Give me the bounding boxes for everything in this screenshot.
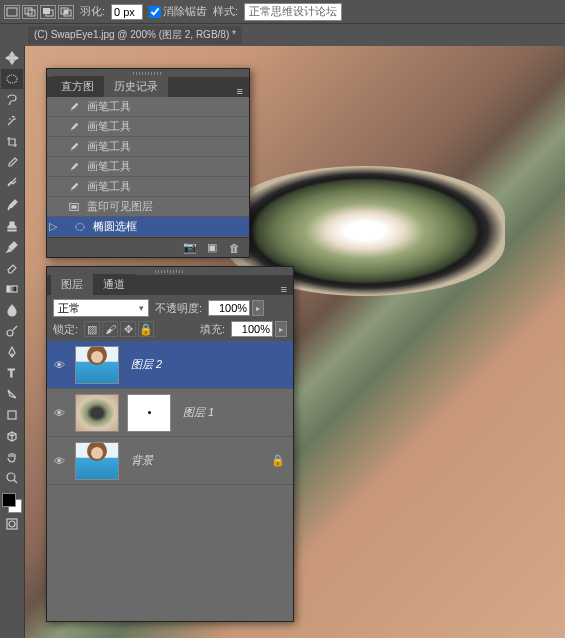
history-footer: 📷 ▣ 🗑 (47, 237, 249, 257)
layers-panel-tabs: 图层 通道 ≡ (47, 275, 293, 295)
lock-transparency-icon[interactable]: ▨ (84, 321, 100, 337)
eraser-tool[interactable] (1, 258, 23, 278)
move-tool[interactable] (1, 48, 23, 68)
history-step-label: 画笔工具 (87, 139, 131, 154)
fg-color-swatch[interactable] (2, 493, 16, 507)
document-tab[interactable]: (C) SwapEye1.jpg @ 200% (图层 2, RGB/8) * (28, 26, 242, 44)
layer-item[interactable]: 👁图层 1 (47, 389, 293, 437)
history-item[interactable]: 盖印可见图层 (47, 197, 249, 217)
history-step-label: 画笔工具 (87, 179, 131, 194)
tab-channels[interactable]: 通道 (93, 274, 135, 295)
history-brush-tool[interactable] (1, 237, 23, 257)
history-item[interactable]: 画笔工具 (47, 117, 249, 137)
history-step-label: 盖印可见图层 (87, 199, 153, 214)
svg-rect-17 (71, 205, 76, 208)
lock-icons: ▨ 🖌 ✥ 🔒 (84, 321, 154, 337)
layer-item[interactable]: 👁背景🔒 (47, 437, 293, 485)
antialias-check-input[interactable] (149, 6, 161, 18)
crop-tool[interactable] (1, 132, 23, 152)
marquee-tool[interactable] (1, 69, 23, 89)
path-tool[interactable] (1, 384, 23, 404)
heal-tool[interactable] (1, 174, 23, 194)
blur-tool[interactable] (1, 300, 23, 320)
history-step-label: 椭圆选框 (93, 219, 137, 234)
svg-rect-9 (7, 286, 17, 292)
color-swatches[interactable] (2, 493, 22, 513)
zoom-tool[interactable] (1, 468, 23, 488)
eyedropper-tool[interactable] (1, 153, 23, 173)
subtract-selection-icon[interactable] (40, 5, 56, 19)
svg-text:T: T (8, 367, 15, 379)
pen-tool[interactable] (1, 342, 23, 362)
brush-tool[interactable] (1, 195, 23, 215)
history-step-icon (67, 140, 81, 154)
layer-name-label[interactable]: 图层 1 (175, 405, 214, 420)
wand-tool[interactable] (1, 111, 23, 131)
history-step-icon (67, 200, 81, 214)
gradient-tool[interactable] (1, 279, 23, 299)
lock-all-icon[interactable]: 🔒 (138, 321, 154, 337)
dodge-tool[interactable] (1, 321, 23, 341)
intersect-selection-icon[interactable] (58, 5, 74, 19)
svg-rect-12 (8, 411, 16, 419)
svg-point-15 (9, 521, 15, 527)
layer-thumbnail[interactable] (75, 346, 119, 384)
quickmask-toggle[interactable] (1, 514, 23, 534)
layer-mask-thumbnail[interactable] (127, 394, 171, 432)
layer-thumbnail[interactable] (75, 394, 119, 432)
selection-mode-group (4, 5, 74, 19)
style-label: 样式: (213, 4, 238, 19)
3d-tool[interactable] (1, 426, 23, 446)
opacity-input[interactable] (208, 300, 250, 316)
history-panel: 直方图 历史记录 ≡ 画笔工具画笔工具画笔工具画笔工具画笔工具盖印可见图层▷椭圆… (46, 68, 250, 258)
lock-position-icon[interactable]: ✥ (120, 321, 136, 337)
shape-tool[interactable] (1, 405, 23, 425)
opacity-arrow[interactable]: ▸ (252, 300, 264, 316)
lasso-tool[interactable] (1, 90, 23, 110)
history-item[interactable]: 画笔工具 (47, 177, 249, 197)
tools-panel: T (0, 46, 25, 638)
history-item[interactable]: 画笔工具 (47, 137, 249, 157)
fill-input[interactable] (231, 321, 273, 337)
tab-layers[interactable]: 图层 (51, 274, 93, 295)
fill-arrow[interactable]: ▸ (275, 321, 287, 337)
lock-pixels-icon[interactable]: 🖌 (102, 321, 118, 337)
history-item[interactable]: ▷椭圆选框 (47, 217, 249, 237)
type-tool[interactable]: T (1, 363, 23, 383)
layer-item[interactable]: 👁图层 2 (47, 341, 293, 389)
visibility-eye-icon[interactable]: 👁 (47, 359, 71, 371)
feather-input[interactable] (111, 4, 143, 20)
hand-tool[interactable] (1, 447, 23, 467)
svg-point-18 (76, 223, 85, 230)
style-select[interactable]: 正常思维设计论坛 (244, 3, 342, 21)
layer-name-label[interactable]: 图层 2 (123, 357, 162, 372)
stamp-tool[interactable] (1, 216, 23, 236)
tab-history[interactable]: 历史记录 (104, 76, 168, 97)
layers-list: 👁图层 2👁图层 1👁背景🔒 (47, 341, 293, 621)
visibility-eye-icon[interactable]: 👁 (47, 407, 71, 419)
history-list: 画笔工具画笔工具画笔工具画笔工具画笔工具盖印可见图层▷椭圆选框 (47, 97, 249, 237)
history-trash-icon[interactable]: 🗑 (227, 241, 241, 255)
history-item[interactable]: 画笔工具 (47, 97, 249, 117)
history-snapshot-icon[interactable]: 📷 (183, 241, 197, 255)
history-panel-menu[interactable]: ≡ (231, 85, 249, 97)
layer-name-label[interactable]: 背景 (123, 453, 153, 468)
antialias-checkbox[interactable]: 消除锯齿 (149, 4, 207, 19)
history-step-icon (67, 120, 81, 134)
add-selection-icon[interactable] (22, 5, 38, 19)
svg-point-8 (7, 75, 17, 83)
history-item[interactable]: 画笔工具 (47, 157, 249, 177)
layers-controls: 正常▾ 不透明度: ▸ 锁定: ▨ 🖌 ✥ 🔒 填充: ▸ (47, 295, 293, 341)
lock-icon: 🔒 (271, 454, 285, 467)
layers-panel: 图层 通道 ≡ 正常▾ 不透明度: ▸ 锁定: ▨ 🖌 ✥ 🔒 填充: (46, 266, 294, 622)
tab-histogram[interactable]: 直方图 (51, 76, 104, 97)
layer-thumbnail[interactable] (75, 442, 119, 480)
feather-label: 羽化: (80, 4, 105, 19)
history-panel-tabs: 直方图 历史记录 ≡ (47, 77, 249, 97)
layers-panel-menu[interactable]: ≡ (275, 283, 293, 295)
visibility-eye-icon[interactable]: 👁 (47, 455, 71, 467)
new-selection-icon[interactable] (4, 5, 20, 19)
blend-mode-select[interactable]: 正常▾ (53, 299, 149, 317)
history-new-icon[interactable]: ▣ (205, 241, 219, 255)
history-step-icon (73, 220, 87, 234)
